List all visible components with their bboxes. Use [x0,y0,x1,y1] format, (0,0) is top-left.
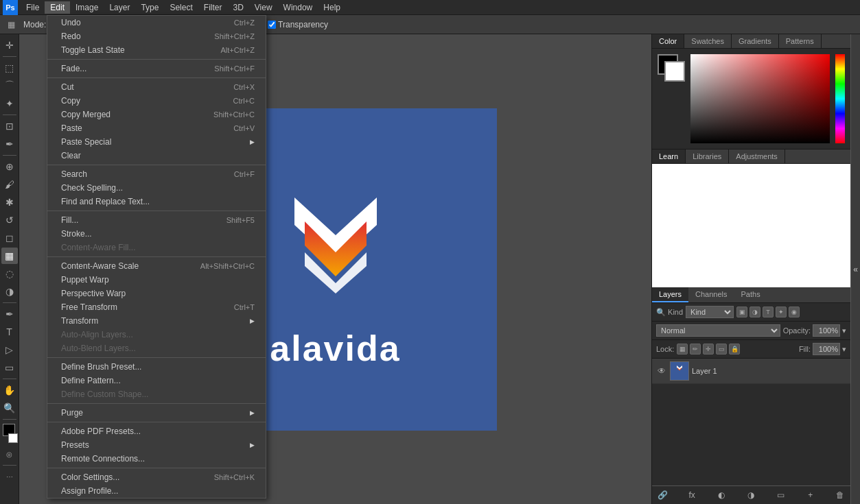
tool-brush[interactable]: 🖌 [1,176,18,193]
lock-move-icon[interactable]: ✛ [703,344,714,355]
tool-lasso[interactable]: ⌒ [1,77,18,94]
delete-layer-icon[interactable]: 🗑 [834,489,846,501]
filter-smart-icon[interactable]: ✦ [776,307,787,317]
tool-clone[interactable]: ✱ [1,194,18,211]
menu-item-define-pattern---[interactable]: Define Pattern... [47,374,266,387]
menu-help[interactable]: Help [318,1,346,14]
fill-input[interactable] [813,343,840,355]
menu-view[interactable]: View [249,1,278,14]
tab-learn[interactable]: Learn [652,149,686,163]
tab-libraries[interactable]: Libraries [686,149,729,163]
tab-layers[interactable]: Layers [652,287,688,302]
menu-item-define-brush-preset---[interactable]: Define Brush Preset... [47,360,266,374]
lock-transparent-icon[interactable]: ▦ [677,344,688,355]
tab-adjustments[interactable]: Adjustments [729,149,785,163]
add-mask-icon[interactable]: ◐ [715,489,728,501]
menu-item-fill---[interactable]: Fill...Shift+F5 [47,213,266,227]
new-layer-icon[interactable]: + [804,489,817,501]
menu-item-remote-connections---[interactable]: Remote Connections... [47,452,266,466]
menu-item-color-settings---[interactable]: Color Settings...Shift+Ctrl+K [47,470,266,484]
menu-image[interactable]: Image [70,1,104,14]
menu-type[interactable]: Type [135,1,164,14]
tool-pen[interactable]: ✒ [1,306,18,322]
menu-item-stroke---[interactable]: Stroke... [47,227,266,241]
menu-item-copy[interactable]: CopyCtrl+C [47,94,266,108]
link-layers-icon[interactable]: 🔗 [656,489,669,501]
tool-magic-wand[interactable]: ✦ [1,95,18,112]
tool-healing[interactable]: ⊕ [1,158,18,175]
adjustment-layer-icon[interactable]: ◑ [745,489,757,501]
tool-move[interactable]: ✛ [1,37,18,53]
tool-blur[interactable]: ◌ [1,265,18,282]
tool-crop[interactable]: ⊡ [1,118,18,134]
menu-item-perspective-warp[interactable]: Perspective Warp [47,287,266,300]
opacity-arrow[interactable]: ▾ [842,326,846,335]
layer-item[interactable]: 👁 Layer 1 [652,359,850,384]
menu-item-fade---[interactable]: Fade...Shift+Ctrl+F [47,62,266,75]
menu-item-paste-special[interactable]: Paste Special [47,135,266,149]
filter-color-icon[interactable]: ◉ [789,307,800,317]
menu-edit[interactable]: Edit [45,1,70,14]
menu-item-redo[interactable]: RedoShift+Ctrl+Z [47,29,266,43]
tool-quick-mask[interactable]: ◎ [1,446,18,462]
menu-item-transform[interactable]: Transform [47,314,266,328]
menu-3d[interactable]: 3D [227,1,248,14]
menu-item-toggle-last-state[interactable]: Toggle Last StateAlt+Ctrl+Z [47,43,266,57]
lock-artboard-icon[interactable]: ▭ [716,344,727,355]
filter-pixel-icon[interactable]: ▣ [736,307,747,317]
menu-window[interactable]: Window [278,1,318,14]
filter-type-icon[interactable]: T [763,307,774,317]
menu-item-check-spelling---[interactable]: Check Spelling... [47,181,266,195]
transparency-checkbox-label[interactable]: Transparency [268,20,328,29]
tool-path[interactable]: ▷ [1,341,18,358]
tab-patterns[interactable]: Patterns [779,34,822,48]
menu-item-cut[interactable]: CutCtrl+X [47,80,266,94]
menu-item-puppet-warp[interactable]: Puppet Warp [47,273,266,287]
tool-gradient[interactable]: ▦ [1,248,18,264]
menu-item-assign-profile---[interactable]: Assign Profile... [47,484,266,498]
new-group-icon[interactable]: ▭ [775,489,787,501]
menu-item-free-transform[interactable]: Free TransformCtrl+T [47,300,266,314]
menu-file[interactable]: File [21,1,45,14]
tab-color[interactable]: Color [652,34,684,48]
menu-item-content-aware-scale[interactable]: Content-Aware ScaleAlt+Shift+Ctrl+C [47,259,266,273]
menu-filter[interactable]: Filter [198,1,228,14]
filter-adjustment-icon[interactable]: ◑ [749,307,760,317]
menu-item-clear[interactable]: Clear [47,149,266,163]
tab-gradients[interactable]: Gradients [732,34,779,48]
add-style-icon[interactable]: fx [686,489,698,501]
tool-marquee[interactable]: ⬚ [1,60,18,76]
layer-visibility-toggle[interactable]: 👁 [656,365,667,376]
tool-hand[interactable]: ✋ [1,382,18,398]
background-color-box[interactable] [664,61,685,82]
opacity-input[interactable] [813,324,840,337]
tool-dodge[interactable]: ◑ [1,283,18,300]
tool-shape[interactable]: ▭ [1,359,18,376]
transparency-checkbox[interactable] [268,21,276,29]
color-hue-bar[interactable] [835,54,845,143]
tool-eraser[interactable]: ◻ [1,230,18,246]
lock-paint-icon[interactable]: ✏ [690,344,701,355]
tab-swatches[interactable]: Swatches [684,34,732,48]
tool-zoom[interactable]: 🔍 [1,400,18,416]
tool-eyedropper[interactable]: ✒ [1,136,18,152]
fill-arrow[interactable]: ▾ [842,345,846,354]
menu-item-copy-merged[interactable]: Copy MergedShift+Ctrl+C [47,108,266,121]
right-collapse-btn[interactable]: « [850,34,860,504]
menu-item-adobe-pdf-presets---[interactable]: Adobe PDF Presets... [47,424,266,438]
background-color-swatch[interactable] [8,433,18,443]
menu-item-purge[interactable]: Purge [47,406,266,420]
menu-item-undo[interactable]: UndoCtrl+Z [47,16,266,29]
tool-type[interactable]: T [1,324,18,340]
menu-item-presets[interactable]: Presets [47,438,266,452]
tab-paths[interactable]: Paths [734,287,767,302]
tool-extra[interactable]: ⋯ [1,468,18,485]
menu-select[interactable]: Select [164,1,198,14]
menu-item-paste[interactable]: PasteCtrl+V [47,121,266,135]
tab-channels[interactable]: Channels [688,287,734,302]
tool-history-brush[interactable]: ↺ [1,212,18,228]
menu-item-search[interactable]: SearchCtrl+F [47,167,266,181]
blend-mode-select[interactable]: Normal [656,324,780,337]
filter-kind-select[interactable]: Kind [686,306,734,318]
menu-item-find-and-replace-text---[interactable]: Find and Replace Text... [47,195,266,208]
